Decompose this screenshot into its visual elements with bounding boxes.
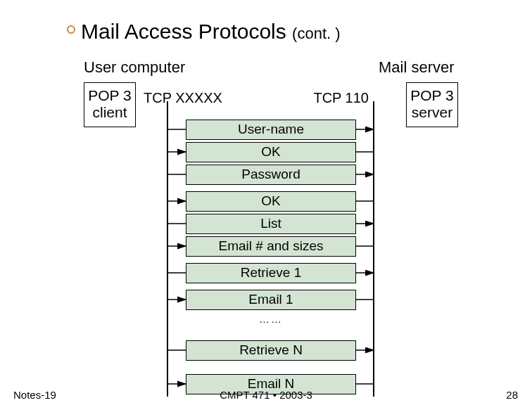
message-box: Retrieve 1 <box>186 263 356 283</box>
pop3-client-box: POP 3 client <box>84 82 136 127</box>
message-box: User-name <box>186 120 356 140</box>
footer-course: CMPT 471 • 2003-3 <box>0 389 532 401</box>
message-label: User-name <box>238 122 304 136</box>
pop3-server-line1: POP 3 <box>407 87 457 104</box>
message-label: Email # and sizes <box>219 238 324 253</box>
title-bullet <box>67 25 75 34</box>
pop3-client-line2: client <box>84 104 135 121</box>
timeline-client <box>167 101 168 397</box>
message-box: OK <box>186 142 356 162</box>
message-box: Email # and sizes <box>186 236 356 257</box>
message-label: Retrieve N <box>239 342 303 357</box>
tcp-client-port: TCP XXXXX <box>144 90 222 106</box>
message-label: Email 1 <box>248 292 293 307</box>
message-box: Password <box>186 165 356 185</box>
message-label: OK <box>261 193 280 208</box>
label-user-computer: User computer <box>84 58 185 77</box>
message-label: OK <box>261 144 280 159</box>
pop3-client-line1: POP 3 <box>84 87 135 104</box>
pop3-server-line2: server <box>407 104 457 121</box>
title-main: Mail Access Protocols <box>81 20 292 43</box>
message-box: Retrieve N <box>186 340 356 361</box>
message-label: List <box>260 216 281 231</box>
tcp-server-port: TCP 110 <box>313 90 369 106</box>
label-mail-server: Mail server <box>379 58 455 77</box>
footer-page: 28 <box>506 389 518 401</box>
message-box: List <box>186 214 356 234</box>
title-cont: (cont. ) <box>292 25 340 42</box>
slide-title: Mail Access Protocols (cont. ) <box>81 20 341 44</box>
message-label: Password <box>241 167 300 181</box>
timeline-server <box>373 101 374 397</box>
message-label: Retrieve 1 <box>241 265 302 280</box>
ellipsis: …… <box>186 313 356 325</box>
message-box: Email 1 <box>186 290 356 310</box>
pop3-server-box: POP 3 server <box>406 82 458 127</box>
message-box: OK <box>186 191 356 212</box>
